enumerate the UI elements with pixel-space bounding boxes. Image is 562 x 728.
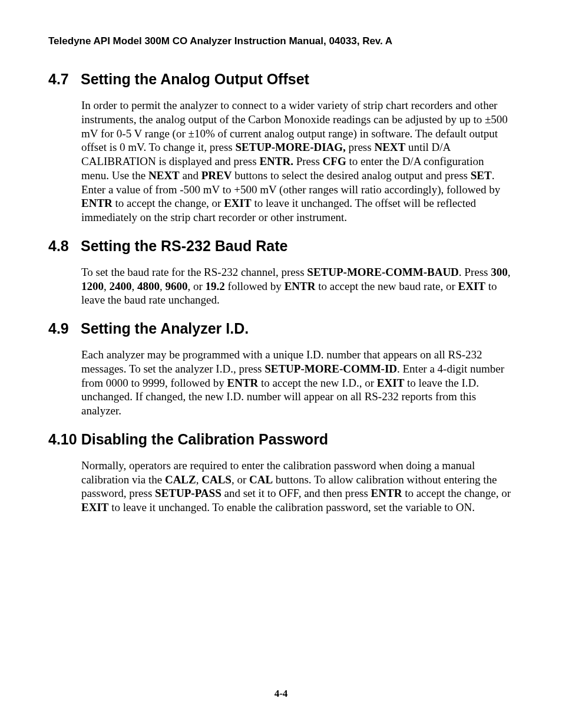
- text: to accept the new baud rate, or: [315, 280, 458, 292]
- text: to accept the new I.D., or: [258, 377, 377, 389]
- text: ,: [160, 280, 166, 292]
- bold: SET: [471, 169, 492, 182]
- heading-title: Setting the Analyzer I.D.: [81, 320, 249, 337]
- bold: EXIT: [458, 280, 485, 292]
- bold: 2400: [110, 280, 132, 292]
- bold: ENTR: [285, 280, 316, 292]
- bold: 19.2: [206, 280, 225, 292]
- heading-number: 4.10: [48, 431, 77, 448]
- bold: SETUP-PASS: [155, 487, 222, 499]
- page-number: 4-4: [0, 688, 562, 700]
- bold: 4800: [137, 280, 160, 292]
- text: Press: [293, 155, 323, 167]
- heading-4-10: 4.10 Disabling the Calibration Password: [48, 431, 514, 448]
- bold: CALS: [201, 473, 232, 486]
- bold: PREV: [201, 169, 232, 182]
- text: to accept the change, or: [402, 487, 511, 499]
- text: followed by: [225, 280, 285, 292]
- heading-title: Setting the Analog Output Offset: [81, 71, 309, 87]
- bold: CALZ: [165, 473, 196, 486]
- bold: 300: [491, 266, 508, 278]
- paragraph-4-8: To set the baud rate for the RS-232 chan…: [81, 265, 514, 307]
- bold: 9600: [166, 280, 188, 292]
- text: buttons to select the desired analog out…: [232, 169, 470, 182]
- running-header: Teledyne API Model 300M CO Analyzer Inst…: [48, 35, 514, 47]
- manual-page: Teledyne API Model 300M CO Analyzer Inst…: [0, 0, 562, 728]
- text: To set the baud rate for the RS-232 chan…: [81, 266, 307, 278]
- bold: SETUP-MORE-COMM-BAUD: [307, 266, 459, 278]
- heading-title: Setting the RS-232 Baud Rate: [81, 238, 287, 254]
- heading-title: Disabling the Calibration Password: [81, 431, 329, 447]
- text: ,: [508, 266, 511, 278]
- text: . Press: [459, 266, 491, 278]
- bold: EXIT: [377, 377, 404, 389]
- text: ,: [196, 473, 202, 486]
- text: , or: [188, 280, 206, 292]
- text: and set it to OFF, and then press: [222, 487, 371, 499]
- text: ,: [132, 280, 138, 292]
- heading-4-7: 4.7 Setting the Analog Output Offset: [48, 71, 514, 88]
- text: ,: [104, 280, 110, 292]
- heading-number: 4.7: [48, 71, 77, 88]
- bold: CAL: [249, 473, 273, 486]
- bold: EXIT: [81, 501, 108, 513]
- heading-number: 4.8: [48, 238, 77, 255]
- paragraph-4-10: Normally, operators are required to ente…: [81, 459, 514, 515]
- bold: EXIT: [224, 197, 251, 209]
- text: to leave it unchanged. To enable the cal…: [108, 501, 474, 513]
- bold: NEXT: [148, 169, 180, 182]
- bold: NEXT: [374, 141, 405, 153]
- bold: 1200: [81, 280, 104, 292]
- bold: ENTR: [81, 197, 113, 209]
- text: press: [346, 141, 375, 153]
- bold: SETUP-MORE-COMM-ID: [265, 363, 397, 375]
- bold: ENTR: [371, 487, 402, 499]
- bold: SETUP-MORE-DIAG,: [235, 141, 345, 153]
- bold: CFG: [323, 155, 346, 167]
- text: and: [180, 169, 201, 182]
- heading-4-8: 4.8 Setting the RS-232 Baud Rate: [48, 238, 514, 255]
- text: to accept the change, or: [113, 197, 224, 209]
- bold: ENTR: [227, 377, 259, 389]
- bold: ENTR.: [259, 155, 293, 167]
- text: , or: [232, 473, 249, 486]
- heading-number: 4.9: [48, 320, 77, 337]
- paragraph-4-9: Each analyzer may be programmed with a u…: [81, 348, 514, 418]
- paragraph-4-7: In order to permit the analyzer to conne…: [81, 98, 514, 225]
- heading-4-9: 4.9 Setting the Analyzer I.D.: [48, 320, 514, 337]
